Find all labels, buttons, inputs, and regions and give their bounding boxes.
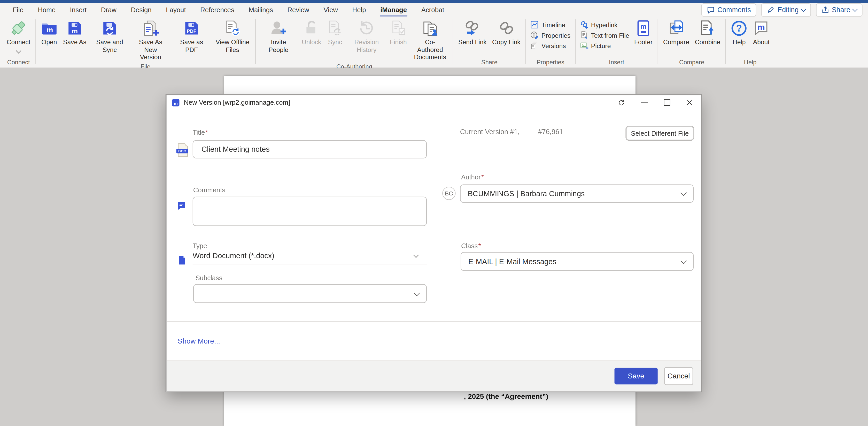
tab-imanage[interactable]: iManage <box>373 3 414 17</box>
subclass-field-label: Subclass <box>195 274 222 282</box>
ribbon-group-connect: ConnectConnect <box>2 17 35 67</box>
picture-icon <box>580 41 588 50</box>
comments-textarea[interactable] <box>193 197 427 226</box>
tab-design[interactable]: Design <box>124 3 159 17</box>
ribbon-button-properties[interactable]: Properties <box>530 31 570 39</box>
window-title-strip <box>0 0 868 3</box>
tab-acrobat[interactable]: Acrobat <box>414 3 451 17</box>
document-workspace: , 2025 (the “Agreement”) m New Version [… <box>0 68 868 426</box>
ribbon-button-picture[interactable]: Picture <box>580 41 629 50</box>
versions-icon <box>530 41 538 50</box>
window-top-actions: CommentsEditingShare <box>702 3 868 17</box>
dialog-title: New Version [wrp2.goimanage.com] <box>184 98 290 106</box>
tab-mailings[interactable]: Mailings <box>242 3 280 17</box>
help-circle-icon: ? <box>731 20 747 36</box>
chevron-down-icon <box>680 257 687 264</box>
tab-view[interactable]: View <box>316 3 345 17</box>
ribbon-button-footer[interactable]: mFooter <box>632 18 655 48</box>
maximize-icon[interactable] <box>655 95 678 110</box>
type-dropdown[interactable]: Word Document (*.docx) <box>193 251 427 264</box>
ribbon-button-connect[interactable]: Connect <box>4 18 33 54</box>
share-button[interactable]: Share <box>816 3 863 17</box>
ribbon-button-help[interactable]: ?Help <box>728 18 749 48</box>
tab-file[interactable]: File <box>5 3 30 17</box>
doc-badge-icon: DOC <box>175 142 190 159</box>
ribbon-button-send-link[interactable]: Send Link <box>456 18 489 48</box>
file-type-icon <box>178 255 185 265</box>
hyperlink-icon <box>580 21 588 29</box>
chevron-down-icon <box>852 6 858 12</box>
ribbon-group-divider <box>575 19 576 64</box>
editing-button[interactable]: Editing <box>761 3 811 17</box>
ribbon-group-label: Help <box>743 58 758 67</box>
save-button[interactable]: Save <box>615 368 658 384</box>
tab-help[interactable]: Help <box>345 3 373 17</box>
title-input[interactable] <box>193 140 427 159</box>
imanage-m-icon: m <box>172 98 180 107</box>
ribbon-button-co-authored-documents[interactable]: Co-Authored Documents <box>410 18 450 62</box>
ribbon-group-help: ?HelpmAboutHelp <box>726 17 774 67</box>
ribbon-button-timeline[interactable]: Timeline <box>530 21 570 29</box>
svg-text:PDF: PDF <box>187 29 196 34</box>
class-dropdown[interactable]: E-MAIL | E-Mail Messages <box>461 252 693 271</box>
class-field-label: Class* <box>461 242 481 250</box>
ribbon-button-about[interactable]: mAbout <box>751 18 772 48</box>
new-version-dialog: m New Version [wrp2.goimanage.com] × Tit… <box>166 94 702 392</box>
ribbon-group-divider <box>525 19 526 64</box>
ribbon-button-save-and-sync[interactable]: Save and Sync <box>90 18 129 55</box>
subclass-dropdown[interactable] <box>193 284 427 303</box>
floppy-m-icon: m <box>66 20 83 36</box>
close-icon[interactable]: × <box>678 95 701 110</box>
dialog-titlebar[interactable]: m New Version [wrp2.goimanage.com] × <box>167 95 701 110</box>
show-more-link[interactable]: Show More... <box>178 337 220 345</box>
dialog-footer: Save Cancel <box>167 360 701 391</box>
tab-references[interactable]: References <box>193 3 241 17</box>
cancel-button[interactable]: Cancel <box>664 367 693 385</box>
ribbon-button-hyperlink[interactable]: Hyperlink <box>580 21 629 29</box>
tab-draw[interactable]: Draw <box>94 3 124 17</box>
current-version-label: Current Version #1, <box>460 128 520 136</box>
chevron-down-icon <box>801 6 806 12</box>
ribbon-button-save-as-pdf[interactable]: PDFSave as PDF <box>172 18 211 55</box>
author-dropdown[interactable]: BCUMMINGS | Barbara Cummings <box>460 184 693 203</box>
ribbon-group-divider <box>453 19 454 64</box>
ribbon-button-save-as-new-version[interactable]: Save As New Version <box>131 18 170 62</box>
ribbon-button-text-from-file[interactable]: AText from File <box>580 31 629 39</box>
ribbon-group-divider <box>725 19 726 64</box>
editing-icon <box>767 6 775 14</box>
finish-doc-icon <box>390 20 407 36</box>
tab-layout[interactable]: Layout <box>159 3 193 17</box>
ribbon-button-invite-people[interactable]: Invite People <box>258 18 299 55</box>
document-number: #76,961 <box>538 128 563 136</box>
tab-review[interactable]: Review <box>280 3 316 17</box>
refresh-icon[interactable] <box>610 95 633 110</box>
ribbon-group-insert: HyperlinkAText from FilePicturemFooterIn… <box>576 17 657 67</box>
compare-icon <box>668 20 684 36</box>
author-avatar: BC <box>442 187 456 200</box>
combine-icon <box>699 20 716 36</box>
co-authored-docs-icon <box>422 20 438 36</box>
tab-insert[interactable]: Insert <box>63 3 94 17</box>
select-different-file-button[interactable]: Select Different File <box>626 126 693 140</box>
ribbon-button-combine[interactable]: Combine <box>692 18 722 48</box>
ribbon-button-copy-link[interactable]: Copy Link <box>490 18 523 48</box>
title-input-value[interactable] <box>200 144 419 154</box>
svg-text:m: m <box>174 101 178 106</box>
ribbon-button-versions[interactable]: Versions <box>530 41 570 50</box>
ribbon-button-compare[interactable]: Compare <box>661 18 691 48</box>
comments-field-label: Comments <box>193 186 225 194</box>
about-bubble-icon: m <box>753 20 770 36</box>
ribbon-group-label: Compare <box>678 58 706 67</box>
comments-button[interactable]: Comments <box>702 3 756 17</box>
minimize-icon[interactable] <box>633 95 655 110</box>
tab-home[interactable]: Home <box>31 3 63 17</box>
ribbon-group-label: Connect <box>6 58 31 67</box>
chevron-down-icon <box>16 48 21 53</box>
ribbon-group-label: Insert <box>608 58 625 67</box>
ribbon-button-open[interactable]: mOpen <box>39 18 60 48</box>
ribbon-button-view-offline-files[interactable]: View Offline Files <box>213 18 252 55</box>
ribbon-button-save-as[interactable]: mSave As <box>61 18 89 48</box>
footer-icon: m <box>635 20 652 36</box>
ribbon-group-share: Send LinkCopy LinkShare <box>454 17 525 67</box>
svg-text:m: m <box>758 23 765 32</box>
